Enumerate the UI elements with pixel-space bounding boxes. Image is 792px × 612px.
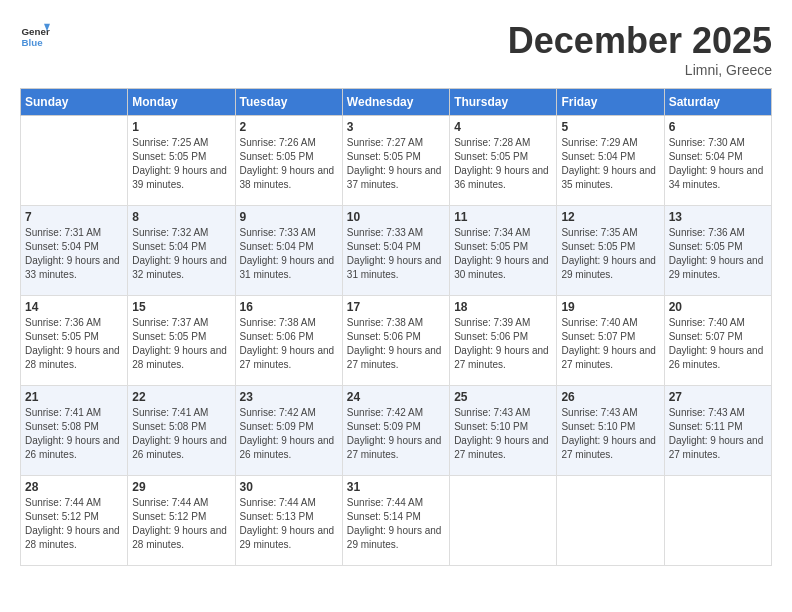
day-number: 8: [132, 210, 230, 224]
header-tuesday: Tuesday: [235, 89, 342, 116]
day-number: 11: [454, 210, 552, 224]
day-info: Sunrise: 7:42 AMSunset: 5:09 PMDaylight:…: [240, 406, 338, 462]
calendar-table: Sunday Monday Tuesday Wednesday Thursday…: [20, 88, 772, 566]
day-number: 15: [132, 300, 230, 314]
location: Limni, Greece: [508, 62, 772, 78]
day-number: 14: [25, 300, 123, 314]
day-number: 13: [669, 210, 767, 224]
day-info: Sunrise: 7:44 AMSunset: 5:13 PMDaylight:…: [240, 496, 338, 552]
calendar-cell: 9Sunrise: 7:33 AMSunset: 5:04 PMDaylight…: [235, 206, 342, 296]
calendar-cell: 16Sunrise: 7:38 AMSunset: 5:06 PMDayligh…: [235, 296, 342, 386]
calendar-cell: 20Sunrise: 7:40 AMSunset: 5:07 PMDayligh…: [664, 296, 771, 386]
day-number: 20: [669, 300, 767, 314]
day-info: Sunrise: 7:40 AMSunset: 5:07 PMDaylight:…: [669, 316, 767, 372]
calendar-cell: 5Sunrise: 7:29 AMSunset: 5:04 PMDaylight…: [557, 116, 664, 206]
calendar-cell: 22Sunrise: 7:41 AMSunset: 5:08 PMDayligh…: [128, 386, 235, 476]
day-number: 10: [347, 210, 445, 224]
day-number: 21: [25, 390, 123, 404]
calendar-cell: 21Sunrise: 7:41 AMSunset: 5:08 PMDayligh…: [21, 386, 128, 476]
day-info: Sunrise: 7:27 AMSunset: 5:05 PMDaylight:…: [347, 136, 445, 192]
day-info: Sunrise: 7:42 AMSunset: 5:09 PMDaylight:…: [347, 406, 445, 462]
calendar-cell: 18Sunrise: 7:39 AMSunset: 5:06 PMDayligh…: [450, 296, 557, 386]
day-info: Sunrise: 7:26 AMSunset: 5:05 PMDaylight:…: [240, 136, 338, 192]
day-number: 3: [347, 120, 445, 134]
day-info: Sunrise: 7:43 AMSunset: 5:10 PMDaylight:…: [561, 406, 659, 462]
day-info: Sunrise: 7:25 AMSunset: 5:05 PMDaylight:…: [132, 136, 230, 192]
day-info: Sunrise: 7:28 AMSunset: 5:05 PMDaylight:…: [454, 136, 552, 192]
day-number: 16: [240, 300, 338, 314]
day-info: Sunrise: 7:39 AMSunset: 5:06 PMDaylight:…: [454, 316, 552, 372]
day-number: 26: [561, 390, 659, 404]
calendar-cell: 8Sunrise: 7:32 AMSunset: 5:04 PMDaylight…: [128, 206, 235, 296]
calendar-cell: 10Sunrise: 7:33 AMSunset: 5:04 PMDayligh…: [342, 206, 449, 296]
calendar-header-row: Sunday Monday Tuesday Wednesday Thursday…: [21, 89, 772, 116]
calendar-cell: 12Sunrise: 7:35 AMSunset: 5:05 PMDayligh…: [557, 206, 664, 296]
title-block: December 2025 Limni, Greece: [508, 20, 772, 78]
day-number: 6: [669, 120, 767, 134]
calendar-cell: [450, 476, 557, 566]
calendar-cell: 4Sunrise: 7:28 AMSunset: 5:05 PMDaylight…: [450, 116, 557, 206]
calendar-cell: 3Sunrise: 7:27 AMSunset: 5:05 PMDaylight…: [342, 116, 449, 206]
calendar-cell: 6Sunrise: 7:30 AMSunset: 5:04 PMDaylight…: [664, 116, 771, 206]
calendar-cell: 28Sunrise: 7:44 AMSunset: 5:12 PMDayligh…: [21, 476, 128, 566]
day-info: Sunrise: 7:40 AMSunset: 5:07 PMDaylight:…: [561, 316, 659, 372]
calendar-cell: 29Sunrise: 7:44 AMSunset: 5:12 PMDayligh…: [128, 476, 235, 566]
day-info: Sunrise: 7:38 AMSunset: 5:06 PMDaylight:…: [347, 316, 445, 372]
calendar-cell: 15Sunrise: 7:37 AMSunset: 5:05 PMDayligh…: [128, 296, 235, 386]
calendar-cell: 26Sunrise: 7:43 AMSunset: 5:10 PMDayligh…: [557, 386, 664, 476]
header-wednesday: Wednesday: [342, 89, 449, 116]
day-number: 7: [25, 210, 123, 224]
logo-icon: General Blue: [20, 20, 50, 50]
day-info: Sunrise: 7:34 AMSunset: 5:05 PMDaylight:…: [454, 226, 552, 282]
day-number: 28: [25, 480, 123, 494]
day-number: 17: [347, 300, 445, 314]
page-header: General Blue December 2025 Limni, Greece: [20, 20, 772, 78]
calendar-cell: 25Sunrise: 7:43 AMSunset: 5:10 PMDayligh…: [450, 386, 557, 476]
calendar-cell: [557, 476, 664, 566]
day-number: 23: [240, 390, 338, 404]
day-info: Sunrise: 7:32 AMSunset: 5:04 PMDaylight:…: [132, 226, 230, 282]
header-saturday: Saturday: [664, 89, 771, 116]
calendar-cell: 14Sunrise: 7:36 AMSunset: 5:05 PMDayligh…: [21, 296, 128, 386]
day-number: 31: [347, 480, 445, 494]
month-title: December 2025: [508, 20, 772, 62]
calendar-cell: [664, 476, 771, 566]
day-info: Sunrise: 7:36 AMSunset: 5:05 PMDaylight:…: [25, 316, 123, 372]
logo: General Blue: [20, 20, 50, 50]
day-number: 2: [240, 120, 338, 134]
day-number: 1: [132, 120, 230, 134]
day-info: Sunrise: 7:44 AMSunset: 5:14 PMDaylight:…: [347, 496, 445, 552]
day-number: 9: [240, 210, 338, 224]
day-info: Sunrise: 7:33 AMSunset: 5:04 PMDaylight:…: [240, 226, 338, 282]
calendar-cell: 7Sunrise: 7:31 AMSunset: 5:04 PMDaylight…: [21, 206, 128, 296]
day-info: Sunrise: 7:38 AMSunset: 5:06 PMDaylight:…: [240, 316, 338, 372]
day-info: Sunrise: 7:29 AMSunset: 5:04 PMDaylight:…: [561, 136, 659, 192]
day-info: Sunrise: 7:44 AMSunset: 5:12 PMDaylight:…: [132, 496, 230, 552]
day-number: 30: [240, 480, 338, 494]
day-info: Sunrise: 7:36 AMSunset: 5:05 PMDaylight:…: [669, 226, 767, 282]
calendar-week-2: 7Sunrise: 7:31 AMSunset: 5:04 PMDaylight…: [21, 206, 772, 296]
day-number: 27: [669, 390, 767, 404]
calendar-cell: 30Sunrise: 7:44 AMSunset: 5:13 PMDayligh…: [235, 476, 342, 566]
calendar-week-3: 14Sunrise: 7:36 AMSunset: 5:05 PMDayligh…: [21, 296, 772, 386]
calendar-cell: 17Sunrise: 7:38 AMSunset: 5:06 PMDayligh…: [342, 296, 449, 386]
day-info: Sunrise: 7:33 AMSunset: 5:04 PMDaylight:…: [347, 226, 445, 282]
day-number: 29: [132, 480, 230, 494]
day-number: 22: [132, 390, 230, 404]
day-number: 19: [561, 300, 659, 314]
calendar-cell: 19Sunrise: 7:40 AMSunset: 5:07 PMDayligh…: [557, 296, 664, 386]
day-info: Sunrise: 7:31 AMSunset: 5:04 PMDaylight:…: [25, 226, 123, 282]
calendar-cell: 11Sunrise: 7:34 AMSunset: 5:05 PMDayligh…: [450, 206, 557, 296]
calendar-cell: 1Sunrise: 7:25 AMSunset: 5:05 PMDaylight…: [128, 116, 235, 206]
day-info: Sunrise: 7:37 AMSunset: 5:05 PMDaylight:…: [132, 316, 230, 372]
day-number: 4: [454, 120, 552, 134]
calendar-cell: 23Sunrise: 7:42 AMSunset: 5:09 PMDayligh…: [235, 386, 342, 476]
calendar-cell: 27Sunrise: 7:43 AMSunset: 5:11 PMDayligh…: [664, 386, 771, 476]
day-info: Sunrise: 7:43 AMSunset: 5:11 PMDaylight:…: [669, 406, 767, 462]
header-friday: Friday: [557, 89, 664, 116]
day-number: 12: [561, 210, 659, 224]
day-info: Sunrise: 7:35 AMSunset: 5:05 PMDaylight:…: [561, 226, 659, 282]
header-thursday: Thursday: [450, 89, 557, 116]
calendar-cell: 24Sunrise: 7:42 AMSunset: 5:09 PMDayligh…: [342, 386, 449, 476]
day-info: Sunrise: 7:41 AMSunset: 5:08 PMDaylight:…: [25, 406, 123, 462]
